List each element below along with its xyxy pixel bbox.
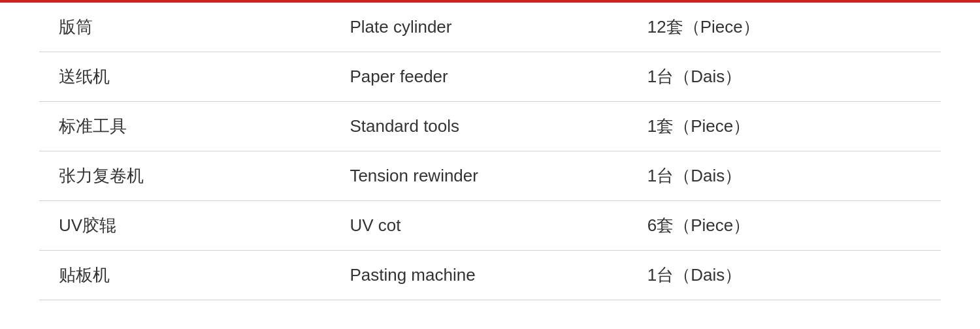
cell-quantity-1: 1台（Dais） [634, 52, 941, 102]
cell-english-2: Standard tools [336, 102, 634, 151]
cell-chinese-3: 张力复卷机 [39, 151, 336, 201]
table-row: UV胶辊UV cot6套（Piece） [39, 201, 941, 251]
cell-quantity-3: 1台（Dais） [634, 151, 941, 201]
cell-english-1: Paper feeder [336, 52, 634, 102]
cell-english-5: Pasting machine [336, 251, 634, 300]
cell-chinese-5: 贴板机 [39, 251, 336, 300]
cell-chinese-4: UV胶辊 [39, 201, 336, 251]
cell-chinese-1: 送纸机 [39, 52, 336, 102]
cell-quantity-2: 1套（Piece） [634, 102, 941, 151]
cell-english-3: Tension rewinder [336, 151, 634, 201]
items-table: 版筒Plate cylinder12套（Piece）送纸机Paper feede… [39, 3, 941, 300]
table-row: 标准工具Standard tools1套（Piece） [39, 102, 941, 151]
table-container: 版筒Plate cylinder12套（Piece）送纸机Paper feede… [0, 3, 980, 300]
cell-chinese-2: 标准工具 [39, 102, 336, 151]
table-row: 贴板机Pasting machine1台（Dais） [39, 251, 941, 300]
table-row: 送纸机Paper feeder1台（Dais） [39, 52, 941, 102]
cell-chinese-0: 版筒 [39, 3, 336, 52]
cell-quantity-4: 6套（Piece） [634, 201, 941, 251]
cell-english-4: UV cot [336, 201, 634, 251]
table-row: 版筒Plate cylinder12套（Piece） [39, 3, 941, 52]
cell-english-0: Plate cylinder [336, 3, 634, 52]
cell-quantity-5: 1台（Dais） [634, 251, 941, 300]
cell-quantity-0: 12套（Piece） [634, 3, 941, 52]
table-row: 张力复卷机Tension rewinder1台（Dais） [39, 151, 941, 201]
